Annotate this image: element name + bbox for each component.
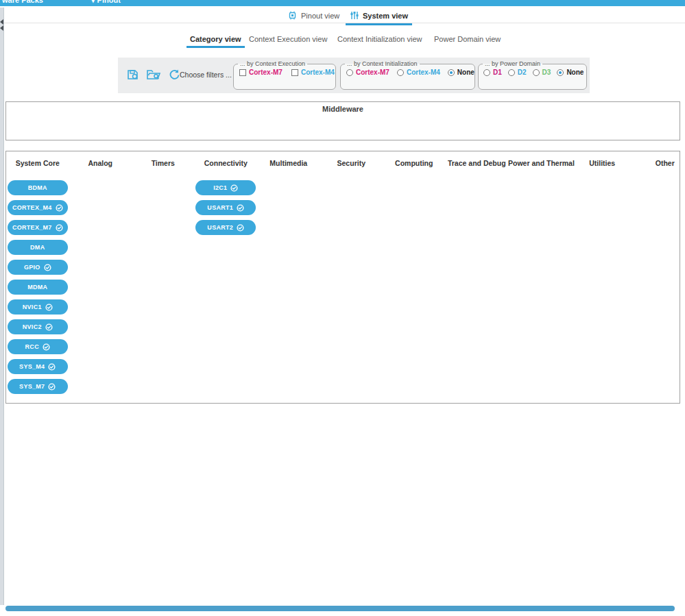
checkbox-cortex-m4[interactable]: Cortex-M4: [291, 69, 335, 76]
peripheral-pill-rcc[interactable]: RCC: [8, 339, 68, 354]
category-columns: System CoreBDMACORTEX_M4CORTEX_M7DMAGPIO…: [6, 151, 680, 399]
category-header: System Core: [6, 151, 69, 167]
check-icon: [43, 343, 50, 351]
radio-control[interactable]: [397, 69, 404, 76]
radio-d1[interactable]: D1: [483, 69, 502, 76]
category-header: Trace and Debug: [446, 151, 509, 167]
category-column-other: Other: [634, 151, 680, 399]
peripheral-pill-usart2[interactable]: USART2: [195, 220, 256, 235]
checkbox-cortex-m7[interactable]: Cortex-M7: [239, 69, 283, 76]
peripheral-label: CORTEX_M4: [12, 204, 52, 211]
category-column-utilities: Utilities: [571, 151, 634, 399]
category-header: Power and Thermal: [508, 151, 571, 167]
save-filter-icon[interactable]: [126, 68, 140, 82]
peripheral-pill-nvic1[interactable]: NVIC1: [8, 299, 68, 315]
filter-option-label: None: [457, 69, 474, 76]
category-column-power-and-thermal: Power and Thermal: [508, 151, 571, 399]
peripheral-label: GPIO: [24, 264, 40, 271]
filter-group-legend: ... by Context Initialization: [345, 60, 420, 67]
peripheral-pill-dma[interactable]: DMA: [8, 240, 68, 255]
pinout-menu[interactable]: ▾ Pinout: [91, 0, 121, 5]
check-icon: [48, 363, 56, 371]
check-icon: [45, 323, 53, 331]
radio-none[interactable]: None: [448, 69, 474, 76]
toolbar-icons: [126, 68, 181, 82]
sub-tab-context-initialization-view[interactable]: Context Initialization view: [337, 35, 422, 46]
filter-toolbar: Choose filters ... ... by Context Execut…: [118, 58, 590, 93]
radio-control[interactable]: [508, 69, 515, 76]
peripheral-pill-sys_m7[interactable]: SYS_M7: [8, 379, 68, 394]
peripheral-pill-usart1[interactable]: USART1: [195, 200, 256, 215]
tab-system-view[interactable]: System view: [346, 10, 412, 25]
system-bars-icon: [350, 11, 359, 20]
radio-d2[interactable]: D2: [508, 69, 527, 76]
category-header: Other: [634, 151, 680, 167]
radio-control[interactable]: [448, 69, 455, 76]
filter-group: ... by Power DomainD1D2D3None: [478, 60, 587, 90]
filter-option-label: Cortex-M7: [249, 69, 283, 76]
sub-tab-bar: Category viewContext Execution viewConte…: [0, 34, 685, 48]
radio-none[interactable]: None: [557, 69, 584, 76]
peripheral-label: DMA: [30, 244, 45, 251]
category-column-timers: Timers: [132, 151, 195, 399]
radio-d3[interactable]: D3: [533, 69, 551, 76]
peripheral-pill-cortex_m7[interactable]: CORTEX_M7: [8, 220, 68, 235]
category-header: Connectivity: [195, 151, 258, 167]
peripheral-label: USART1: [207, 204, 233, 211]
view-tab-bar: Pinout view System view: [0, 8, 685, 23]
check-icon: [56, 204, 63, 212]
category-column-trace-and-debug: Trace and Debug: [446, 151, 509, 399]
sub-tab-context-execution-view[interactable]: Context Execution view: [249, 35, 327, 46]
filter-group-legend: ... by Power Domain: [483, 60, 542, 67]
peripheral-pill-i2c1[interactable]: I2C1: [195, 180, 256, 195]
category-column-multimedia: Multimedia: [257, 151, 320, 399]
peripheral-label: RCC: [25, 343, 39, 350]
radio-cortex-m4[interactable]: Cortex-M4: [397, 69, 440, 76]
open-filter-icon[interactable]: [146, 68, 162, 82]
left-panel-strip: [0, 8, 4, 605]
filter-group: ... by Context ExecutionCortex-M7Cortex-…: [233, 60, 336, 90]
radio-control[interactable]: [533, 69, 540, 76]
filter-option-label: D1: [493, 69, 502, 76]
peripheral-pill-cortex_m4[interactable]: CORTEX_M4: [8, 200, 68, 215]
check-icon: [237, 224, 244, 232]
peripheral-label: BDMA: [28, 184, 47, 191]
chevron-left-icon: [0, 19, 3, 25]
middleware-panel: Middleware: [5, 101, 680, 140]
check-icon: [45, 304, 53, 311]
sub-tab-category-view[interactable]: Category view: [187, 35, 245, 48]
category-header: Timers: [132, 151, 195, 167]
tab-label: System view: [363, 12, 408, 20]
top-menu-bar: ware Packs ▾ Pinout: [0, 0, 685, 6]
sub-tab-power-domain-view[interactable]: Power Domain view: [434, 35, 501, 46]
peripheral-pill-bdma[interactable]: BDMA: [8, 180, 68, 195]
tab-pinout-view[interactable]: Pinout view: [284, 10, 344, 23]
choose-filters-label: Choose filters ...: [180, 71, 232, 79]
peripheral-label: NVIC1: [23, 304, 42, 310]
chip-icon: [288, 11, 297, 20]
radio-control[interactable]: [483, 69, 490, 76]
check-icon: [44, 264, 51, 271]
checkbox-control[interactable]: [239, 69, 246, 76]
checkbox-control[interactable]: [291, 69, 298, 76]
collapse-handle[interactable]: [0, 19, 4, 34]
caret-down-icon: ▾: [91, 0, 95, 4]
radio-cortex-m7[interactable]: Cortex-M7: [346, 69, 389, 76]
software-packs-menu[interactable]: ware Packs: [2, 0, 43, 4]
peripheral-pill-mdma[interactable]: MDMA: [8, 280, 68, 295]
peripheral-pill-sys_m4[interactable]: SYS_M4: [8, 359, 68, 374]
check-icon: [48, 383, 56, 391]
peripheral-pill-gpio[interactable]: GPIO: [8, 260, 68, 275]
filter-group-legend: ... by Context Execution: [238, 60, 307, 67]
peripheral-pill-nvic2[interactable]: NVIC2: [8, 319, 68, 334]
peripheral-label: USART2: [207, 224, 233, 231]
category-header: Analog: [69, 151, 132, 167]
tab-label: Pinout view: [301, 12, 339, 20]
chevron-left-icon: [0, 25, 3, 31]
horizontal-scrollbar[interactable]: [5, 606, 675, 611]
radio-control[interactable]: [557, 69, 564, 76]
category-header: Multimedia: [257, 151, 320, 167]
radio-control[interactable]: [346, 69, 353, 76]
filter-option-label: Cortex-M7: [356, 69, 389, 76]
filter-option-label: D3: [542, 69, 551, 76]
